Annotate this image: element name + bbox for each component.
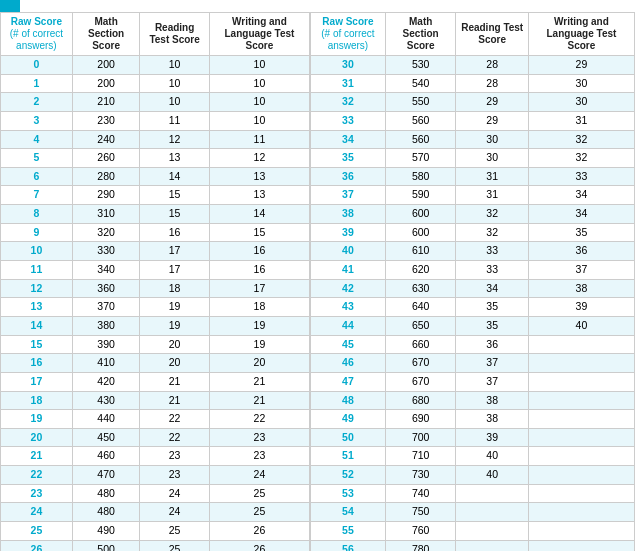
raw-score-cell: 54	[311, 503, 386, 522]
math-score-cell: 410	[72, 354, 140, 373]
table-row: 48 680 38	[311, 391, 635, 410]
writing-score-cell: 13	[209, 186, 309, 205]
right-table-body: 30 530 28 29 31 540 28 30 32 550 29 30 3…	[311, 56, 635, 552]
raw-score-cell: 1	[1, 74, 73, 93]
table-row: 54 750	[311, 503, 635, 522]
writing-score-cell	[528, 391, 634, 410]
reading-score-cell: 17	[140, 261, 210, 280]
writing-score-cell: 13	[209, 167, 309, 186]
table-row: 32 550 29 30	[311, 93, 635, 112]
math-score-cell: 600	[385, 223, 456, 242]
header-left-title	[0, 0, 20, 12]
reading-score-cell: 32	[456, 223, 528, 242]
table-row: 40 610 33 36	[311, 242, 635, 261]
reading-score-cell: 15	[140, 205, 210, 224]
reading-score-cell: 40	[456, 466, 528, 485]
writing-score-cell: 38	[528, 279, 634, 298]
raw-score-cell: 30	[311, 56, 386, 75]
table-row: 38 600 32 34	[311, 205, 635, 224]
math-score-cell: 710	[385, 447, 456, 466]
table-row: 21 460 23 23	[1, 447, 310, 466]
table-row: 15 390 20 19	[1, 335, 310, 354]
table-row: 36 580 31 33	[311, 167, 635, 186]
table-row: 14 380 19 19	[1, 316, 310, 335]
reading-score-cell: 35	[456, 316, 528, 335]
math-score-cell: 620	[385, 261, 456, 280]
math-score-cell: 750	[385, 503, 456, 522]
reading-score-cell: 33	[456, 242, 528, 261]
math-score-cell: 740	[385, 484, 456, 503]
writing-score-cell: 24	[209, 466, 309, 485]
math-score-cell: 700	[385, 428, 456, 447]
writing-score-cell: 29	[528, 56, 634, 75]
raw-score-cell: 39	[311, 223, 386, 242]
left-raw-score-header: Raw Score(# of correct answers)	[1, 13, 73, 56]
table-row: 37 590 31 34	[311, 186, 635, 205]
math-score-cell: 670	[385, 372, 456, 391]
math-score-cell: 420	[72, 372, 140, 391]
raw-score-cell: 48	[311, 391, 386, 410]
table-row: 23 480 24 25	[1, 484, 310, 503]
writing-score-cell: 15	[209, 223, 309, 242]
table-row: 2 210 10 10	[1, 93, 310, 112]
writing-score-cell: 25	[209, 503, 309, 522]
math-score-cell: 600	[385, 205, 456, 224]
reading-score-cell: 39	[456, 428, 528, 447]
writing-score-cell	[528, 335, 634, 354]
reading-score-cell: 31	[456, 167, 528, 186]
reading-score-cell: 37	[456, 372, 528, 391]
math-score-cell: 290	[72, 186, 140, 205]
writing-score-cell: 10	[209, 93, 309, 112]
reading-score-cell	[456, 503, 528, 522]
writing-score-cell	[528, 354, 634, 373]
table-row: 26 500 25 26	[1, 540, 310, 551]
reading-score-cell: 21	[140, 372, 210, 391]
math-score-cell: 570	[385, 149, 456, 168]
writing-score-cell: 33	[528, 167, 634, 186]
writing-score-cell: 19	[209, 316, 309, 335]
writing-score-cell: 30	[528, 93, 634, 112]
table-row: 0 200 10 10	[1, 56, 310, 75]
writing-score-cell: 21	[209, 391, 309, 410]
writing-score-cell: 12	[209, 149, 309, 168]
math-score-cell: 630	[385, 279, 456, 298]
raw-score-cell: 16	[1, 354, 73, 373]
table-row: 34 560 30 32	[311, 130, 635, 149]
reading-score-cell: 23	[140, 447, 210, 466]
writing-score-cell	[528, 447, 634, 466]
reading-score-cell: 29	[456, 111, 528, 130]
raw-score-cell: 45	[311, 335, 386, 354]
math-score-cell: 340	[72, 261, 140, 280]
writing-score-cell	[528, 410, 634, 429]
table-row: 10 330 17 16	[1, 242, 310, 261]
table-row: 13 370 19 18	[1, 298, 310, 317]
reading-score-cell: 22	[140, 428, 210, 447]
reading-score-cell: 30	[456, 149, 528, 168]
table-row: 46 670 37	[311, 354, 635, 373]
raw-score-cell: 2	[1, 93, 73, 112]
reading-score-cell: 34	[456, 279, 528, 298]
math-score-cell: 480	[72, 503, 140, 522]
raw-score-cell: 22	[1, 466, 73, 485]
writing-score-cell: 34	[528, 205, 634, 224]
table-row: 39 600 32 35	[311, 223, 635, 242]
raw-score-cell: 8	[1, 205, 73, 224]
reading-score-cell: 20	[140, 335, 210, 354]
raw-score-cell: 9	[1, 223, 73, 242]
reading-score-cell: 28	[456, 74, 528, 93]
math-score-cell: 390	[72, 335, 140, 354]
table-row: 56 780	[311, 540, 635, 551]
raw-score-cell: 42	[311, 279, 386, 298]
table-row: 53 740	[311, 484, 635, 503]
reading-score-cell: 15	[140, 186, 210, 205]
writing-score-cell: 23	[209, 428, 309, 447]
math-score-cell: 320	[72, 223, 140, 242]
raw-score-cell: 15	[1, 335, 73, 354]
writing-score-cell: 34	[528, 186, 634, 205]
table-row: 16 410 20 20	[1, 354, 310, 373]
table-row: 44 650 35 40	[311, 316, 635, 335]
table-row: 12 360 18 17	[1, 279, 310, 298]
math-score-cell: 590	[385, 186, 456, 205]
raw-score-cell: 52	[311, 466, 386, 485]
reading-score-cell: 36	[456, 335, 528, 354]
